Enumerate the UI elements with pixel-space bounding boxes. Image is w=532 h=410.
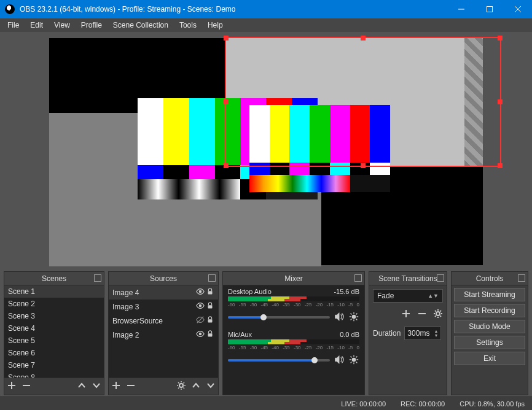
maximize-button[interactable]: [475, 0, 504, 18]
mute-button[interactable]: [334, 311, 345, 323]
app-window: OBS 23.2.1 (64-bit, windows) - Profile: …: [0, 0, 532, 410]
panel-transitions: Scene Transitions Fade ▲▼ Duration: [369, 271, 447, 395]
popout-icon[interactable]: [437, 274, 444, 282]
scene-remove-button[interactable]: [22, 381, 31, 393]
popout-icon[interactable]: [208, 274, 216, 282]
menu-scene-collection[interactable]: Scene Collection: [108, 20, 173, 31]
popout-icon[interactable]: [518, 274, 525, 282]
source-label: Image 4: [112, 288, 139, 297]
lock-toggle-icon[interactable]: [206, 287, 214, 298]
transition-select[interactable]: Fade ▲▼: [373, 289, 443, 303]
source-remove-button[interactable]: [126, 381, 136, 393]
control-button-exit[interactable]: Exit: [454, 352, 525, 365]
obs-logo-icon: [5, 4, 15, 14]
mute-button[interactable]: [334, 354, 345, 366]
panel-transitions-title: Scene Transitions: [378, 274, 437, 283]
panel-mixer: Mixer Desktop Audio-15.6 dB-60-55-50-45-…: [222, 271, 365, 395]
transition-remove-button[interactable]: [417, 309, 427, 320]
handle-ml[interactable]: [224, 99, 229, 104]
svg-rect-7: [208, 333, 213, 336]
svg-point-10: [352, 358, 355, 361]
preview-canvas[interactable]: [49, 38, 483, 265]
menu-view[interactable]: View: [49, 20, 75, 31]
menu-edit[interactable]: Edit: [25, 20, 48, 31]
source-label: Image 3: [112, 303, 139, 311]
source-row[interactable]: BrowserSource: [109, 314, 218, 328]
handle-tr[interactable]: [498, 36, 503, 41]
menu-profile[interactable]: Profile: [76, 20, 107, 31]
lock-toggle-icon[interactable]: [206, 315, 214, 326]
scene-row[interactable]: Scene 3: [4, 310, 104, 322]
source-row[interactable]: Image 3: [109, 300, 218, 314]
transition-settings-button[interactable]: [433, 309, 443, 320]
lock-toggle-icon[interactable]: [206, 330, 214, 340]
panel-controls-title: Controls: [476, 274, 504, 283]
scene-add-button[interactable]: [7, 381, 17, 393]
scene-row[interactable]: Scene 7: [4, 359, 104, 371]
visibility-toggle-icon[interactable]: [196, 287, 205, 298]
sources-list[interactable]: Image 4Image 3BrowserSourceImage 2: [109, 285, 218, 377]
source-move-up-button[interactable]: [191, 381, 201, 393]
panel-transitions-header: Scene Transitions: [369, 272, 447, 285]
scene-row[interactable]: Scene 5: [4, 335, 104, 347]
menu-tools[interactable]: Tools: [174, 20, 201, 31]
transition-value: Fade: [377, 292, 394, 300]
source-properties-button[interactable]: [176, 381, 186, 393]
popout-icon[interactable]: [94, 274, 101, 282]
scene-row[interactable]: Scene 4: [4, 322, 104, 335]
control-button-studio-mode[interactable]: Studio Mode: [454, 320, 525, 333]
meter-ticks: -60-55-50-45-40-35-30-25-20-15-10-50: [228, 345, 359, 350]
selection-outline[interactable]: [225, 37, 501, 167]
scene-move-down-button[interactable]: [92, 381, 101, 393]
menu-help[interactable]: Help: [203, 20, 228, 31]
control-button-start-streaming[interactable]: Start Streaming: [454, 288, 525, 301]
channel-name: Mic/Aux: [228, 331, 252, 338]
duration-input[interactable]: 300ms ▲▼: [404, 327, 441, 340]
svg-point-1: [199, 290, 201, 293]
mixer-channel: Mic/Aux0.0 dB-60-55-50-45-40-35-30-25-20…: [223, 328, 364, 371]
handle-br[interactable]: [498, 163, 503, 168]
visibility-toggle-icon[interactable]: [196, 330, 205, 340]
mixer-channel: Desktop Audio-15.6 dB-60-55-50-45-40-35-…: [223, 285, 364, 328]
transition-add-button[interactable]: [401, 309, 411, 320]
handle-bl[interactable]: [224, 163, 229, 168]
minimize-button[interactable]: [447, 0, 475, 18]
spin-arrows-icon[interactable]: ▲▼: [434, 329, 438, 338]
source-move-down-button[interactable]: [206, 381, 216, 393]
lock-toggle-icon[interactable]: [206, 301, 214, 312]
source-row[interactable]: Image 4: [109, 285, 218, 300]
scene-row[interactable]: Scene 1: [4, 285, 104, 298]
handle-bm[interactable]: [361, 163, 366, 168]
popout-icon[interactable]: [354, 274, 362, 282]
visibility-toggle-icon[interactable]: [196, 301, 205, 312]
channel-settings-button[interactable]: [348, 311, 359, 323]
statusbar: LIVE: 00:00:00 REC: 00:00:00 CPU: 0.8%, …: [0, 396, 532, 410]
close-button[interactable]: [504, 0, 532, 18]
chevron-updown-icon: ▲▼: [428, 293, 439, 299]
svg-rect-4: [208, 305, 213, 308]
handle-tm[interactable]: [361, 36, 366, 41]
panel-controls: Controls Start StreamingStart RecordingS…: [451, 271, 528, 395]
scene-row[interactable]: Scene 2: [4, 298, 104, 310]
volume-slider[interactable]: [228, 359, 330, 362]
panel-mixer-header: Mixer: [223, 272, 364, 285]
scenes-toolbar: [4, 377, 104, 395]
svg-point-11: [436, 312, 440, 315]
volume-slider[interactable]: [228, 316, 330, 319]
control-button-start-recording[interactable]: Start Recording: [454, 304, 525, 317]
scene-move-up-button[interactable]: [77, 381, 87, 393]
handle-tl[interactable]: [224, 36, 229, 41]
channel-settings-button[interactable]: [348, 354, 359, 366]
source-row[interactable]: Image 2: [109, 328, 218, 342]
menu-file[interactable]: File: [2, 20, 24, 31]
control-button-settings[interactable]: Settings: [454, 336, 525, 349]
scene-row[interactable]: Scene 8: [4, 371, 104, 377]
scene-row[interactable]: Scene 6: [4, 347, 104, 359]
visibility-toggle-icon[interactable]: [196, 315, 205, 326]
handle-mr[interactable]: [498, 99, 503, 104]
scenes-list[interactable]: Scene 1Scene 2Scene 3Scene 4Scene 5Scene…: [4, 285, 104, 377]
status-rec: REC: 00:00:00: [401, 400, 445, 408]
source-add-button[interactable]: [111, 381, 121, 393]
svg-rect-0: [487, 7, 493, 12]
svg-point-6: [199, 333, 201, 335]
